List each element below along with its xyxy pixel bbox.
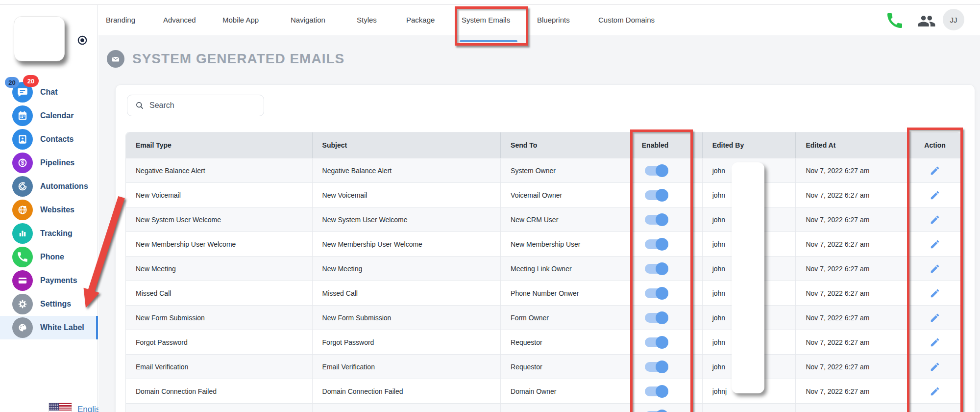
search-input[interactable] bbox=[149, 101, 257, 110]
edit-button[interactable] bbox=[930, 411, 940, 412]
email-type-cell: New Meeting bbox=[126, 257, 312, 281]
sidebar-item-label: Chat bbox=[40, 88, 58, 97]
sidebar-item-label: Calendar bbox=[40, 111, 74, 120]
column-header-action: Action bbox=[908, 132, 961, 158]
tab-custom-domains[interactable]: Custom Domains bbox=[598, 5, 655, 35]
user-avatar[interactable]: JJ bbox=[943, 9, 964, 30]
email-type-cell: Missed Call bbox=[126, 281, 312, 305]
sidebar-item-pipelines[interactable]: $Pipelines bbox=[0, 151, 98, 175]
action-cell bbox=[908, 355, 961, 379]
svg-text:$: $ bbox=[21, 159, 24, 166]
edit-button[interactable] bbox=[930, 239, 940, 250]
send-to-cell: Domain Owner bbox=[500, 379, 632, 403]
tab-branding[interactable]: Branding bbox=[106, 5, 135, 35]
subject-cell: Negative Balance Alert bbox=[312, 158, 501, 182]
edited-by-cell bbox=[702, 404, 796, 412]
tab-system-emails[interactable]: System Emails bbox=[462, 5, 510, 35]
main-area: BrandingAdvancedMobile AppNavigationStyl… bbox=[98, 5, 980, 412]
automations-icon bbox=[12, 176, 33, 197]
enabled-toggle[interactable] bbox=[645, 288, 667, 298]
table-row bbox=[126, 403, 961, 412]
sidebar-item-settings[interactable]: Settings bbox=[0, 292, 98, 316]
edited-at-cell: Nov 7, 2022 6:27 am bbox=[795, 379, 908, 403]
enabled-toggle[interactable] bbox=[645, 386, 667, 396]
edit-button[interactable] bbox=[930, 263, 940, 274]
subject-cell: New Meeting bbox=[312, 257, 501, 281]
enabled-toggle[interactable] bbox=[645, 215, 667, 225]
edit-button[interactable] bbox=[930, 165, 940, 176]
send-to-cell: System Owner bbox=[500, 158, 632, 182]
send-to-cell: New Membership User bbox=[500, 232, 632, 256]
tab-mobile-app[interactable]: Mobile App bbox=[222, 5, 259, 35]
action-cell bbox=[908, 207, 961, 232]
sidebar-item-payments[interactable]: Payments bbox=[0, 269, 98, 292]
tab-advanced[interactable]: Advanced bbox=[163, 5, 196, 35]
column-header-subject: Subject bbox=[312, 132, 501, 158]
enabled-toggle[interactable] bbox=[645, 239, 667, 249]
enabled-toggle[interactable] bbox=[645, 190, 667, 200]
subject-cell: Email Verification bbox=[312, 355, 501, 379]
subject-cell: Forgot Password bbox=[312, 330, 501, 354]
privacy-overlay-box bbox=[732, 162, 764, 393]
edited-at-cell: Nov 7, 2022 6:27 am bbox=[795, 158, 908, 182]
sidebar-item-label: Phone bbox=[40, 253, 64, 261]
tab-blueprints[interactable]: Blueprints bbox=[537, 5, 570, 35]
users-icon[interactable] bbox=[917, 12, 936, 30]
edit-button[interactable] bbox=[930, 386, 940, 397]
tab-styles[interactable]: Styles bbox=[357, 5, 377, 35]
enabled-cell bbox=[632, 330, 702, 354]
table-row: Missed CallMissed CallPhone Number Onwer… bbox=[126, 281, 961, 305]
websites-icon bbox=[12, 200, 33, 220]
edited-at-cell: Nov 7, 2022 6:27 am bbox=[795, 306, 908, 330]
sidebar-item-phone[interactable]: Phone bbox=[0, 245, 98, 269]
edit-button[interactable] bbox=[930, 214, 940, 225]
edit-button[interactable] bbox=[930, 312, 940, 323]
sidebar-item-label: Automations bbox=[40, 182, 88, 191]
edited-at-cell: Nov 7, 2022 6:27 am bbox=[795, 281, 908, 305]
edit-button[interactable] bbox=[930, 190, 940, 201]
edit-button[interactable] bbox=[930, 361, 940, 372]
sidebar-item-calendar[interactable]: Calendar bbox=[0, 104, 98, 128]
action-cell bbox=[908, 404, 961, 412]
email-type-cell: Negative Balance Alert bbox=[126, 158, 312, 182]
email-type-cell: New Voicemail bbox=[126, 183, 312, 207]
subject-cell: Domain Connection Failed bbox=[312, 379, 501, 403]
tab-package[interactable]: Package bbox=[406, 5, 435, 35]
edit-button[interactable] bbox=[930, 337, 940, 348]
email-type-cell: Domain Connection Failed bbox=[126, 379, 312, 403]
column-header-edited-at: Edited At bbox=[795, 132, 908, 158]
subject-cell: New System User Welcome bbox=[312, 207, 501, 232]
subject-cell: New Voicemail bbox=[312, 183, 501, 207]
enabled-toggle[interactable] bbox=[645, 264, 667, 274]
subject-cell: Missed Call bbox=[312, 281, 501, 305]
enabled-toggle[interactable] bbox=[645, 313, 667, 323]
sidebar-item-white-label[interactable]: White Label bbox=[0, 316, 98, 339]
phone-icon[interactable] bbox=[885, 11, 905, 30]
radio-selected-icon[interactable] bbox=[76, 34, 88, 46]
sidebar-item-automations[interactable]: Automations bbox=[0, 175, 98, 198]
tracking-icon bbox=[12, 223, 33, 244]
action-cell bbox=[908, 232, 961, 256]
send-to-cell: Requestor bbox=[500, 355, 632, 379]
email-type-cell: Email Verification bbox=[126, 355, 312, 379]
enabled-toggle[interactable] bbox=[645, 166, 667, 176]
settings-icon bbox=[12, 294, 33, 314]
settings-tabbar: BrandingAdvancedMobile AppNavigationStyl… bbox=[98, 5, 980, 35]
sidebar-item-tracking[interactable]: Tracking bbox=[0, 222, 98, 245]
tab-navigation[interactable]: Navigation bbox=[291, 5, 325, 35]
language-selector[interactable]: English bbox=[0, 398, 98, 412]
action-cell bbox=[908, 183, 961, 207]
chat-badge-red: 20 bbox=[23, 75, 39, 87]
enabled-toggle[interactable] bbox=[645, 362, 667, 372]
edit-button[interactable] bbox=[930, 288, 940, 299]
page-title: SYSTEM GENERATED EMAILS bbox=[132, 51, 344, 67]
enabled-toggle[interactable] bbox=[645, 337, 667, 347]
search-icon bbox=[135, 101, 145, 110]
sidebar-item-websites[interactable]: Websites bbox=[0, 198, 98, 222]
edited-at-cell: Nov 7, 2022 6:27 am bbox=[795, 355, 908, 379]
sidebar-item-label: Contacts bbox=[40, 135, 74, 144]
enabled-cell bbox=[632, 306, 702, 330]
sidebar-item-contacts[interactable]: Contacts bbox=[0, 128, 98, 151]
calendar-icon bbox=[12, 105, 33, 126]
contacts-icon bbox=[12, 129, 33, 150]
